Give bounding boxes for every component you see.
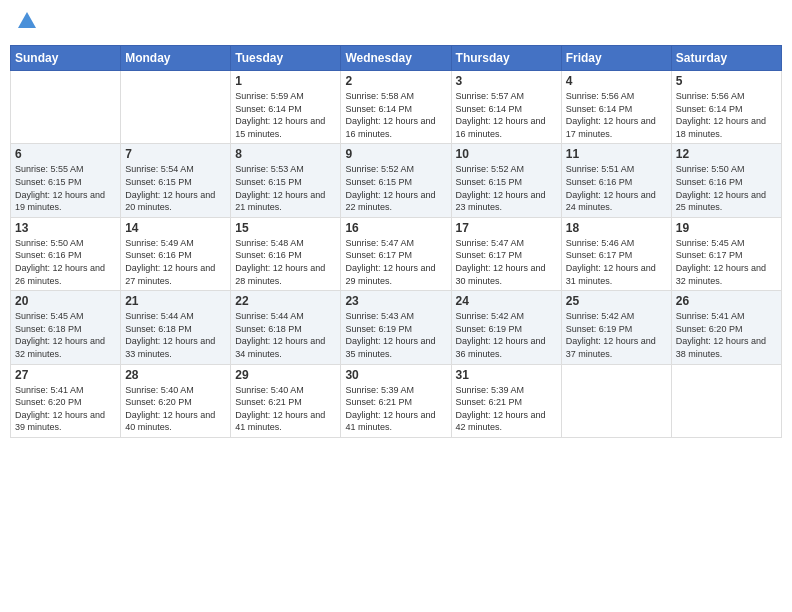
day-info: Sunrise: 5:48 AMSunset: 6:16 PMDaylight:… bbox=[235, 237, 336, 287]
calendar-cell: 15Sunrise: 5:48 AMSunset: 6:16 PMDayligh… bbox=[231, 217, 341, 290]
day-info: Sunrise: 5:54 AMSunset: 6:15 PMDaylight:… bbox=[125, 163, 226, 213]
day-number: 27 bbox=[15, 368, 116, 382]
day-info: Sunrise: 5:42 AMSunset: 6:19 PMDaylight:… bbox=[566, 310, 667, 360]
day-number: 23 bbox=[345, 294, 446, 308]
calendar-cell: 10Sunrise: 5:52 AMSunset: 6:15 PMDayligh… bbox=[451, 144, 561, 217]
day-info: Sunrise: 5:58 AMSunset: 6:14 PMDaylight:… bbox=[345, 90, 446, 140]
calendar-cell: 17Sunrise: 5:47 AMSunset: 6:17 PMDayligh… bbox=[451, 217, 561, 290]
calendar-cell: 1Sunrise: 5:59 AMSunset: 6:14 PMDaylight… bbox=[231, 71, 341, 144]
day-number: 7 bbox=[125, 147, 226, 161]
day-number: 17 bbox=[456, 221, 557, 235]
day-number: 2 bbox=[345, 74, 446, 88]
calendar-day-header: Thursday bbox=[451, 46, 561, 71]
calendar-cell bbox=[11, 71, 121, 144]
day-info: Sunrise: 5:40 AMSunset: 6:20 PMDaylight:… bbox=[125, 384, 226, 434]
calendar-cell: 25Sunrise: 5:42 AMSunset: 6:19 PMDayligh… bbox=[561, 291, 671, 364]
day-number: 1 bbox=[235, 74, 336, 88]
calendar-cell: 27Sunrise: 5:41 AMSunset: 6:20 PMDayligh… bbox=[11, 364, 121, 437]
calendar-cell: 26Sunrise: 5:41 AMSunset: 6:20 PMDayligh… bbox=[671, 291, 781, 364]
day-info: Sunrise: 5:56 AMSunset: 6:14 PMDaylight:… bbox=[676, 90, 777, 140]
day-number: 16 bbox=[345, 221, 446, 235]
day-number: 31 bbox=[456, 368, 557, 382]
day-info: Sunrise: 5:42 AMSunset: 6:19 PMDaylight:… bbox=[456, 310, 557, 360]
calendar-cell bbox=[121, 71, 231, 144]
calendar-week-row: 6Sunrise: 5:55 AMSunset: 6:15 PMDaylight… bbox=[11, 144, 782, 217]
calendar-cell: 13Sunrise: 5:50 AMSunset: 6:16 PMDayligh… bbox=[11, 217, 121, 290]
day-info: Sunrise: 5:50 AMSunset: 6:16 PMDaylight:… bbox=[676, 163, 777, 213]
calendar-week-row: 13Sunrise: 5:50 AMSunset: 6:16 PMDayligh… bbox=[11, 217, 782, 290]
day-number: 24 bbox=[456, 294, 557, 308]
calendar-cell: 9Sunrise: 5:52 AMSunset: 6:15 PMDaylight… bbox=[341, 144, 451, 217]
calendar-cell bbox=[671, 364, 781, 437]
day-number: 11 bbox=[566, 147, 667, 161]
calendar-cell: 24Sunrise: 5:42 AMSunset: 6:19 PMDayligh… bbox=[451, 291, 561, 364]
calendar-cell: 11Sunrise: 5:51 AMSunset: 6:16 PMDayligh… bbox=[561, 144, 671, 217]
day-number: 22 bbox=[235, 294, 336, 308]
svg-marker-0 bbox=[18, 12, 36, 28]
calendar-cell: 23Sunrise: 5:43 AMSunset: 6:19 PMDayligh… bbox=[341, 291, 451, 364]
day-info: Sunrise: 5:40 AMSunset: 6:21 PMDaylight:… bbox=[235, 384, 336, 434]
calendar-cell: 5Sunrise: 5:56 AMSunset: 6:14 PMDaylight… bbox=[671, 71, 781, 144]
calendar-day-header: Tuesday bbox=[231, 46, 341, 71]
day-info: Sunrise: 5:52 AMSunset: 6:15 PMDaylight:… bbox=[456, 163, 557, 213]
day-number: 8 bbox=[235, 147, 336, 161]
calendar-cell: 18Sunrise: 5:46 AMSunset: 6:17 PMDayligh… bbox=[561, 217, 671, 290]
calendar-cell: 31Sunrise: 5:39 AMSunset: 6:21 PMDayligh… bbox=[451, 364, 561, 437]
calendar-cell: 20Sunrise: 5:45 AMSunset: 6:18 PMDayligh… bbox=[11, 291, 121, 364]
calendar-week-row: 1Sunrise: 5:59 AMSunset: 6:14 PMDaylight… bbox=[11, 71, 782, 144]
day-info: Sunrise: 5:45 AMSunset: 6:18 PMDaylight:… bbox=[15, 310, 116, 360]
day-number: 10 bbox=[456, 147, 557, 161]
calendar-header-row: SundayMondayTuesdayWednesdayThursdayFrid… bbox=[11, 46, 782, 71]
day-info: Sunrise: 5:44 AMSunset: 6:18 PMDaylight:… bbox=[235, 310, 336, 360]
calendar-cell: 29Sunrise: 5:40 AMSunset: 6:21 PMDayligh… bbox=[231, 364, 341, 437]
day-info: Sunrise: 5:41 AMSunset: 6:20 PMDaylight:… bbox=[676, 310, 777, 360]
day-info: Sunrise: 5:45 AMSunset: 6:17 PMDaylight:… bbox=[676, 237, 777, 287]
day-info: Sunrise: 5:47 AMSunset: 6:17 PMDaylight:… bbox=[345, 237, 446, 287]
day-number: 30 bbox=[345, 368, 446, 382]
day-number: 26 bbox=[676, 294, 777, 308]
day-number: 14 bbox=[125, 221, 226, 235]
day-info: Sunrise: 5:39 AMSunset: 6:21 PMDaylight:… bbox=[456, 384, 557, 434]
day-number: 6 bbox=[15, 147, 116, 161]
day-info: Sunrise: 5:50 AMSunset: 6:16 PMDaylight:… bbox=[15, 237, 116, 287]
day-info: Sunrise: 5:44 AMSunset: 6:18 PMDaylight:… bbox=[125, 310, 226, 360]
day-info: Sunrise: 5:51 AMSunset: 6:16 PMDaylight:… bbox=[566, 163, 667, 213]
day-number: 18 bbox=[566, 221, 667, 235]
calendar-day-header: Wednesday bbox=[341, 46, 451, 71]
day-info: Sunrise: 5:43 AMSunset: 6:19 PMDaylight:… bbox=[345, 310, 446, 360]
calendar-body: 1Sunrise: 5:59 AMSunset: 6:14 PMDaylight… bbox=[11, 71, 782, 438]
day-info: Sunrise: 5:47 AMSunset: 6:17 PMDaylight:… bbox=[456, 237, 557, 287]
day-number: 15 bbox=[235, 221, 336, 235]
day-info: Sunrise: 5:39 AMSunset: 6:21 PMDaylight:… bbox=[345, 384, 446, 434]
day-number: 13 bbox=[15, 221, 116, 235]
calendar-cell: 21Sunrise: 5:44 AMSunset: 6:18 PMDayligh… bbox=[121, 291, 231, 364]
calendar-cell: 4Sunrise: 5:56 AMSunset: 6:14 PMDaylight… bbox=[561, 71, 671, 144]
day-number: 25 bbox=[566, 294, 667, 308]
calendar-cell: 7Sunrise: 5:54 AMSunset: 6:15 PMDaylight… bbox=[121, 144, 231, 217]
logo-icon bbox=[16, 10, 38, 32]
day-number: 12 bbox=[676, 147, 777, 161]
logo bbox=[14, 10, 38, 37]
calendar-week-row: 27Sunrise: 5:41 AMSunset: 6:20 PMDayligh… bbox=[11, 364, 782, 437]
calendar-day-header: Saturday bbox=[671, 46, 781, 71]
day-number: 20 bbox=[15, 294, 116, 308]
calendar-day-header: Friday bbox=[561, 46, 671, 71]
day-info: Sunrise: 5:56 AMSunset: 6:14 PMDaylight:… bbox=[566, 90, 667, 140]
calendar-cell: 6Sunrise: 5:55 AMSunset: 6:15 PMDaylight… bbox=[11, 144, 121, 217]
day-info: Sunrise: 5:49 AMSunset: 6:16 PMDaylight:… bbox=[125, 237, 226, 287]
calendar-cell: 22Sunrise: 5:44 AMSunset: 6:18 PMDayligh… bbox=[231, 291, 341, 364]
day-number: 9 bbox=[345, 147, 446, 161]
calendar-week-row: 20Sunrise: 5:45 AMSunset: 6:18 PMDayligh… bbox=[11, 291, 782, 364]
day-info: Sunrise: 5:53 AMSunset: 6:15 PMDaylight:… bbox=[235, 163, 336, 213]
calendar-cell: 16Sunrise: 5:47 AMSunset: 6:17 PMDayligh… bbox=[341, 217, 451, 290]
day-info: Sunrise: 5:59 AMSunset: 6:14 PMDaylight:… bbox=[235, 90, 336, 140]
day-number: 5 bbox=[676, 74, 777, 88]
day-number: 28 bbox=[125, 368, 226, 382]
day-info: Sunrise: 5:46 AMSunset: 6:17 PMDaylight:… bbox=[566, 237, 667, 287]
calendar-cell bbox=[561, 364, 671, 437]
page-header bbox=[10, 10, 782, 37]
calendar-day-header: Monday bbox=[121, 46, 231, 71]
calendar-cell: 30Sunrise: 5:39 AMSunset: 6:21 PMDayligh… bbox=[341, 364, 451, 437]
calendar-cell: 12Sunrise: 5:50 AMSunset: 6:16 PMDayligh… bbox=[671, 144, 781, 217]
calendar-day-header: Sunday bbox=[11, 46, 121, 71]
